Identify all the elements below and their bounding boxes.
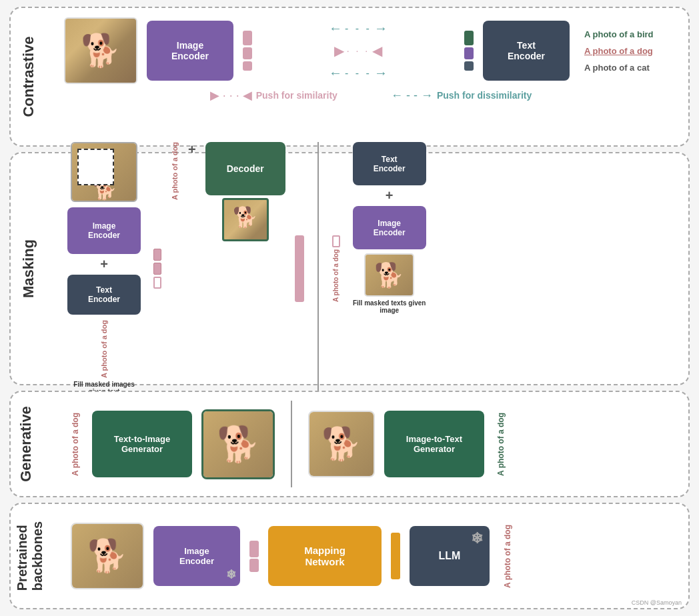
masking-left: 🐕 Image Encoder + Text Encoder A photo o… <box>64 142 144 395</box>
watermark: CSDN @Samoyan <box>632 599 682 606</box>
gen-dog-face-right: 🐕 <box>309 412 374 476</box>
decoder-box: Decoder <box>205 142 285 195</box>
text-label-cat: A photo of a cat <box>584 63 678 73</box>
caption-left: A photo of a dog <box>100 320 108 378</box>
sim-legend-text: Push for similarity <box>256 90 337 101</box>
dissim-arrow-icon: ← - - → <box>391 89 433 103</box>
dash-teal-2: - - - <box>345 67 372 79</box>
gen-dog-photo-right: 🐕 <box>308 411 375 477</box>
right-triangle-pink: ◀ <box>372 43 382 59</box>
masking-section: Masking 🐕 Image Encoder + Text Encoder A… <box>9 152 690 385</box>
gen-dog-face-left: 🐕 <box>203 411 273 477</box>
text-label-bird: A photo of a bird <box>584 29 678 39</box>
pretrained-content: 🐕 Image Encoder ❄ Mapping Network LLM ❄ … <box>71 523 678 589</box>
pretrained-embed-bar-1 <box>249 541 259 557</box>
gen-caption-left: A photo of a dog <box>71 413 80 476</box>
pretrained-dog-face: 🐕 <box>72 524 143 588</box>
contrastive-section: Contrastive 🐕 Image Encoder ← - - - → <box>9 7 690 147</box>
mapping-network: Mapping Network <box>268 526 382 586</box>
masked-image: 🐕 <box>71 142 137 202</box>
left-triangle-pink: ▶ <box>334 43 344 59</box>
sim-arrow-icon: ▶ · · · ◀ <box>210 88 252 103</box>
text-encoder-contrastive: Text Encoder <box>483 21 570 81</box>
right-arrow-teal-2: → <box>374 65 388 81</box>
dash-teal: - - - <box>345 23 372 35</box>
generative-content: A photo of a dog Text-to-Image Generator… <box>71 401 678 487</box>
generative-label: Generative <box>17 406 35 482</box>
contrastive-top-row: 🐕 Image Encoder ← - - - → ▶ · · · ◀ <box>64 17 678 84</box>
dog-face-masking: 🐕 <box>366 255 413 295</box>
embed-bars-left <box>243 31 252 71</box>
text-label-dog: A photo of a dog <box>584 46 678 56</box>
similarity-legend: ▶ · · · ◀ Push for similarity <box>210 88 337 103</box>
decoder-area: Decoder 🐕 <box>205 142 285 241</box>
small-embed-outline-r <box>332 235 340 247</box>
image-encoder-masking-right: Image Encoder <box>353 206 426 249</box>
generative-section: Generative A photo of a dog Text-to-Imag… <box>9 391 690 497</box>
left-arrow-teal: ← <box>329 21 342 36</box>
snowflake-image-encoder: ❄ <box>226 567 236 582</box>
dog-face-icon: 🐕 <box>65 19 136 83</box>
dissim-legend-text: Push for dissimilarity <box>437 90 532 101</box>
orange-bar <box>391 533 400 579</box>
llm-box: LLM ❄ <box>410 526 490 586</box>
embed-bar-3 <box>243 61 252 71</box>
pretrained-caption: A photo of a dog <box>503 525 512 588</box>
masking-right: Text Encoder + Image Encoder 🐕 Fill mask… <box>350 142 430 314</box>
embed-bars-right <box>464 31 474 71</box>
small-embed-1 <box>153 249 161 261</box>
dissimilarity-legend: ← - - → Push for dissimilarity <box>391 89 532 103</box>
embed-bars-masking-1 <box>153 249 161 289</box>
text-labels-area: A photo of a bird A photo of a dog A pho… <box>584 29 678 73</box>
dog-photo-masking: 🐕 <box>364 253 414 297</box>
dissimilarity-arrow-top: ← - - - → <box>329 21 388 36</box>
small-embed-2 <box>153 263 161 275</box>
plus-right: + <box>386 188 394 203</box>
embed-bar-2 <box>243 47 252 59</box>
left-arrow-teal-2: ← <box>329 65 342 81</box>
dog-in-decoder: 🐕 <box>222 198 269 241</box>
caption-right-rotated: A photo of a dog <box>332 249 340 302</box>
contrastive-legend: ▶ · · · ◀ Push for similarity ← - - → Pu… <box>64 88 678 103</box>
embed-bars-masking-right: A photo of a dog <box>332 235 340 302</box>
image-encoder-pretrained: Image Encoder ❄ <box>153 526 240 586</box>
dissimilarity-arrow-bottom: ← - - - → <box>329 65 388 81</box>
gen-caption-right: A photo of a dog <box>496 413 506 476</box>
pretrained-label: Pretrained backbones <box>15 521 45 591</box>
image-to-text-generator: Image-to-Text Generator <box>384 411 484 477</box>
text-encoder-masking-left: Text Encoder <box>67 275 141 315</box>
snowflake-llm: ❄ <box>471 530 483 547</box>
text-to-image-generator: Text-to-Image Generator <box>92 411 192 477</box>
embed-green <box>464 31 474 45</box>
contrastive-label: Contrastive <box>20 36 37 117</box>
embed-dark <box>464 61 474 71</box>
right-arrow-teal: → <box>374 21 388 36</box>
plus-left: + <box>100 257 108 272</box>
plus-middle: + <box>188 142 196 157</box>
pretrained-dog-photo: 🐕 <box>71 523 144 589</box>
caption-pink-area: A photo of a dog <box>171 142 179 200</box>
gen-divider <box>291 401 292 487</box>
pretrained-section: Pretrained backbones 🐕 Image Encoder ❄ M… <box>9 503 690 609</box>
image-encoder-masking: Image Encoder <box>67 207 141 254</box>
dog-image-contrastive: 🐕 <box>64 17 137 84</box>
arrows-area: ← - - - → ▶ · · · ◀ ← - - - → <box>261 21 455 81</box>
image-encoder-contrastive: Image Encoder <box>147 21 233 81</box>
caption-pink-rotated: A photo of a dog <box>171 142 179 200</box>
masked-white-box <box>77 149 114 185</box>
bottom-caption-right: Fill masked texts given image <box>350 299 430 314</box>
dots-pink: · · · <box>347 45 370 56</box>
masking-divider <box>317 142 319 395</box>
embed-bar-tall-pink <box>295 235 304 302</box>
embed-bar-1 <box>243 31 252 45</box>
masking-content: 🐕 Image Encoder + Text Encoder A photo o… <box>64 142 678 395</box>
gen-dog-photo-left: 🐕 <box>201 409 275 479</box>
masking-label: Masking <box>20 239 37 298</box>
similarity-arrow: ▶ · · · ◀ <box>334 43 382 59</box>
pretrained-embed-bars <box>249 541 259 572</box>
text-encoder-masking-right: Text Encoder <box>353 142 426 185</box>
embed-purple <box>464 47 474 59</box>
small-embed-outline <box>153 277 161 289</box>
pretrained-embed-bar-2 <box>249 559 259 572</box>
